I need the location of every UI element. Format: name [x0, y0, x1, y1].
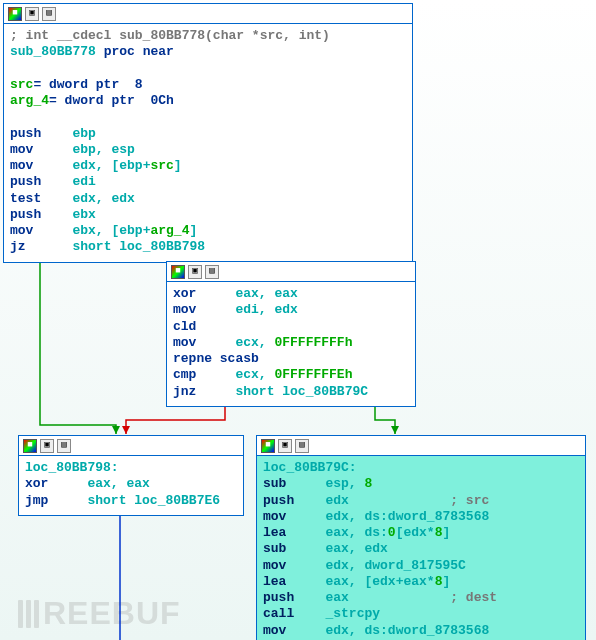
node-body: xor eax, eax mov edi, edx cld mov ecx, 0… [167, 282, 415, 406]
colors-icon: ■ [23, 439, 37, 453]
disasm-block-strlen[interactable]: ■ ▣ ▤ xor eax, eax mov edi, edx cld mov … [166, 261, 416, 407]
node-header: ■ ▣ ▤ [167, 262, 415, 282]
colors-icon: ■ [171, 265, 185, 279]
node-body: ; int __cdecl sub_80BB778(char *src, int… [4, 24, 412, 262]
disasm-block-strcpy[interactable]: ■ ▣ ▤ loc_80BB79C: sub esp, 8 push edx ;… [256, 435, 586, 640]
hex-icon: ▣ [25, 7, 39, 21]
colors-icon: ■ [8, 7, 22, 21]
node-body: loc_80BB79C: sub esp, 8 push edx ; src m… [257, 456, 585, 640]
hex-icon: ▣ [40, 439, 54, 453]
node-header: ■ ▣ ▤ [4, 4, 412, 24]
hex-icon: ▣ [278, 439, 292, 453]
colors-icon: ■ [261, 439, 275, 453]
graph-icon: ▤ [57, 439, 71, 453]
graph-icon: ▤ [42, 7, 56, 21]
graph-icon: ▤ [295, 439, 309, 453]
svg-marker-3 [391, 426, 399, 434]
watermark: REEBUF [18, 595, 181, 632]
graph-icon: ▤ [205, 265, 219, 279]
svg-marker-2 [122, 426, 130, 434]
logo-bars-icon [18, 600, 39, 628]
node-body: loc_80BB798: xor eax, eax jmp short loc_… [19, 456, 243, 515]
proto-comment: ; int __cdecl sub_80BB778(char *src, int… [10, 28, 330, 43]
svg-marker-1 [112, 426, 120, 434]
disasm-block-entry[interactable]: ■ ▣ ▤ ; int __cdecl sub_80BB778(char *sr… [3, 3, 413, 263]
node-header: ■ ▣ ▤ [257, 436, 585, 456]
disasm-block-zero[interactable]: ■ ▣ ▤ loc_80BB798: xor eax, eax jmp shor… [18, 435, 244, 516]
hex-icon: ▣ [188, 265, 202, 279]
node-header: ■ ▣ ▤ [19, 436, 243, 456]
